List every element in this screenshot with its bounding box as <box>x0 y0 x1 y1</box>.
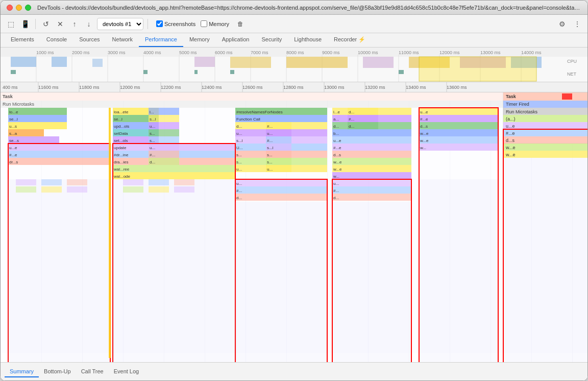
svg-rect-230 <box>503 136 587 144</box>
back-button[interactable]: ✕ <box>54 18 66 30</box>
more-button[interactable]: ⋮ <box>571 18 583 30</box>
svg-text:#...: #... <box>267 124 273 129</box>
svg-text:u...: u... <box>236 131 242 136</box>
devtools-toolbar: ⬚ 📱 ↺ ✕ ↑ ↓ devtools #1 Screenshots Memo… <box>1 15 587 33</box>
svg-text:u...s: u...s <box>9 124 17 129</box>
svg-text:Task: Task <box>3 94 13 99</box>
svg-text:wal...ode: wal...ode <box>113 174 131 179</box>
flame-chart-area[interactable]: Task Run Microtasks lo...e se...l u...s <box>1 92 587 362</box>
reload-button[interactable]: ↺ <box>40 18 52 30</box>
svg-rect-170 <box>235 194 327 201</box>
window-frame: DevTools - devtools://devtools/bundled/d… <box>0 0 588 381</box>
bottom-tab-calltree[interactable]: Call Tree <box>76 366 109 377</box>
svg-rect-33 <box>92 59 103 67</box>
screenshots-checkbox-label[interactable]: Screenshots <box>156 20 195 27</box>
svg-text:(a...): (a...) <box>506 116 516 122</box>
tab-recorder[interactable]: Recorder ⚡ <box>328 33 372 47</box>
svg-rect-253 <box>67 179 87 185</box>
bottom-tab-bottomup[interactable]: Bottom-Up <box>39 366 76 377</box>
memory-checkbox-label[interactable]: Memory <box>201 20 229 27</box>
svg-rect-210 <box>419 129 498 136</box>
svg-text:s...: s... <box>267 160 273 164</box>
minimize-button[interactable] <box>16 5 22 11</box>
svg-text:NET: NET <box>567 72 577 77</box>
svg-text:d...: d... <box>349 124 354 129</box>
svg-rect-190 <box>332 172 411 179</box>
svg-text:b...: b... <box>333 131 339 136</box>
svg-rect-256 <box>67 186 87 193</box>
screenshots-checkbox[interactable] <box>156 20 163 27</box>
download-button[interactable]: ↓ <box>83 18 95 30</box>
svg-rect-36 <box>286 57 348 68</box>
svg-text:s...l: s...l <box>150 117 156 122</box>
svg-text:d...: d... <box>333 196 339 200</box>
svg-text:s...: s... <box>150 131 155 136</box>
svg-text:11000 ms: 11000 ms <box>399 50 419 55</box>
svg-rect-242 <box>9 179 110 362</box>
svg-rect-77 <box>1 92 587 101</box>
svg-text:l...e: l...e <box>333 110 340 114</box>
tab-security[interactable]: Security <box>255 33 288 47</box>
svg-rect-166 <box>235 179 327 186</box>
svg-text:s...: s... <box>236 160 242 164</box>
svg-text:u...: u... <box>150 146 155 150</box>
memory-checkbox[interactable] <box>201 20 207 27</box>
bottom-tab-eventlog[interactable]: Event Log <box>109 366 144 377</box>
tab-memory[interactable]: Memory <box>183 33 216 47</box>
svg-text:w...e: w...e <box>333 160 342 164</box>
trash-button[interactable]: 🗑 <box>234 18 247 30</box>
svg-rect-180 <box>332 136 411 144</box>
maximize-button[interactable] <box>25 5 31 11</box>
svg-text:5000 ms: 5000 ms <box>179 50 197 55</box>
device-mode-button[interactable]: 📱 <box>19 18 31 30</box>
svg-text:#...: #... <box>349 117 354 122</box>
svg-text:s...: s... <box>236 153 242 157</box>
svg-text:w...e: w...e <box>505 152 516 157</box>
tab-network[interactable]: Network <box>106 33 139 47</box>
svg-text:#...e: #...e <box>420 117 428 122</box>
svg-rect-86 <box>8 122 67 129</box>
svg-text:dr...s: dr...s <box>9 160 18 164</box>
svg-rect-34 <box>194 57 215 67</box>
svg-text:8000 ms: 8000 ms <box>286 50 304 55</box>
svg-rect-245 <box>333 202 411 362</box>
device-selector[interactable]: devtools #1 <box>97 18 143 30</box>
tab-elements[interactable]: Elements <box>5 33 40 47</box>
svg-text:#...: #... <box>150 153 155 157</box>
svg-rect-186 <box>332 158 411 165</box>
bottom-tab-summary[interactable]: Summary <box>5 366 39 377</box>
svg-rect-224 <box>503 115 587 122</box>
svg-text:Task: Task <box>506 94 517 99</box>
svg-text:u...: u... <box>150 124 155 129</box>
svg-text:s...l: s...l <box>267 146 274 150</box>
svg-rect-44 <box>194 70 198 74</box>
svg-rect-37 <box>363 57 394 68</box>
tab-console[interactable]: Console <box>40 33 73 47</box>
inspect-button[interactable]: ⬚ <box>5 18 17 30</box>
svg-rect-206 <box>419 115 498 122</box>
tab-sources[interactable]: Sources <box>73 33 106 47</box>
svg-text:#...: #... <box>236 188 242 193</box>
settings-button[interactable]: ⚙ <box>556 18 568 30</box>
detail-ruler-svg: 400 ms 11600 ms 11800 ms 12000 ms 12200 … <box>1 82 587 92</box>
svg-text:u...: u... <box>333 181 339 186</box>
svg-rect-232 <box>503 144 587 151</box>
svg-text:9000 ms: 9000 ms <box>322 50 340 55</box>
svg-text:12000 ms: 12000 ms <box>439 50 460 55</box>
svg-rect-228 <box>503 129 587 136</box>
timeline-detail-ruler: 400 ms 11600 ms 11800 ms 12000 ms 12200 … <box>1 82 587 92</box>
svg-text:#...: #... <box>333 188 339 193</box>
tab-lighthouse[interactable]: Lighthouse <box>288 33 328 47</box>
svg-rect-244 <box>236 202 327 362</box>
timeline-overview[interactable]: 1000 ms 2000 ms 3000 ms 4000 ms 5000 ms … <box>1 47 587 82</box>
svg-text:13000 ms: 13000 ms <box>480 50 501 55</box>
title-bar: DevTools - devtools://devtools/bundled/d… <box>1 1 587 15</box>
timeline-svg: 1000 ms 2000 ms 3000 ms 4000 ms 5000 ms … <box>1 47 587 82</box>
svg-rect-255 <box>41 186 62 193</box>
svg-text:u...e: u...e <box>420 110 428 114</box>
toolbar-right: ⚙ ⋮ <box>556 18 583 30</box>
tab-application[interactable]: Application <box>216 33 256 47</box>
close-button[interactable] <box>7 5 13 11</box>
tab-performance[interactable]: Performance <box>139 33 183 47</box>
forward-button[interactable]: ↑ <box>68 18 81 30</box>
